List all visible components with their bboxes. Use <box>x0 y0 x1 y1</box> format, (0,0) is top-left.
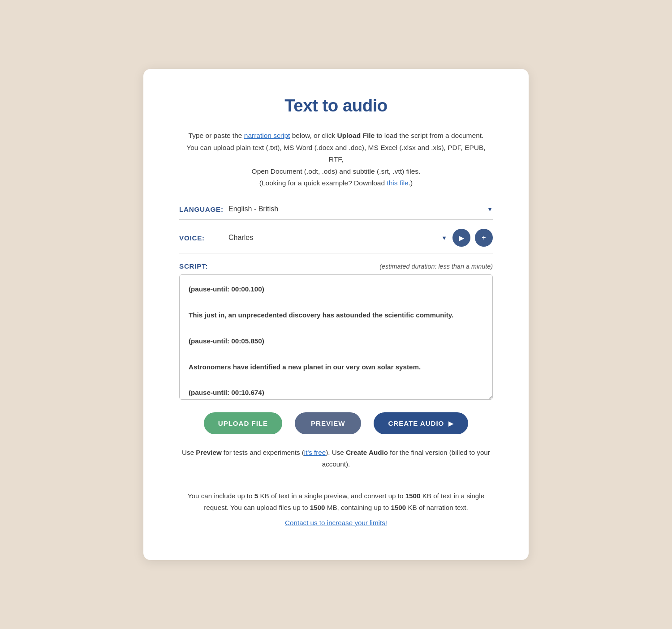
upload-file-bold: Upload File <box>337 132 375 139</box>
voice-dropdown-arrow[interactable]: ▼ <box>441 235 447 241</box>
voice-row: VOICE: Charles ▼ ▶ + <box>179 229 493 253</box>
desc-line1-post: below, or click <box>290 132 337 139</box>
preview-button[interactable]: PREVIEW <box>295 412 361 434</box>
info-create-audio-bold: Create Audio <box>346 449 388 456</box>
voice-controls: ▶ + <box>452 229 493 247</box>
divider <box>179 481 493 481</box>
limits-pre: You can include up to <box>188 492 254 500</box>
voice-play-icon: ▶ <box>459 234 464 242</box>
duration-text: (estimated duration: less than a minute) <box>379 263 493 270</box>
upload-file-button[interactable]: UPLOAD FILE <box>204 412 282 434</box>
limits-kb1: 5 <box>254 492 258 500</box>
desc-line1-pre: Type or paste the <box>189 132 244 139</box>
limits-post: KB of text in a single <box>420 492 484 500</box>
narration-script-link[interactable]: narration script <box>244 132 290 139</box>
script-header: SCRIPT: (estimated duration: less than a… <box>179 262 493 270</box>
desc-line4-pre: (Looking for a quick example? Download <box>259 179 387 187</box>
this-file-link[interactable]: this file <box>387 179 408 187</box>
create-audio-play-icon: ▶ <box>448 420 454 427</box>
desc-line2: You can upload plain text (.txt), MS Wor… <box>186 144 485 163</box>
desc-line4-post: .) <box>409 179 413 187</box>
script-textarea[interactable]: (pause-until: 00:00.100) This just in, a… <box>179 274 493 400</box>
button-row: UPLOAD FILE PREVIEW CREATE AUDIO ▶ <box>179 412 493 434</box>
desc-line1-end: to load the script from a document. <box>375 132 483 139</box>
info-post: ). Use <box>326 449 346 456</box>
language-value[interactable]: English - British <box>228 205 487 213</box>
voice-add-button[interactable]: + <box>475 229 493 247</box>
description-block: Type or paste the narration script below… <box>179 130 493 189</box>
page-title: Text to audio <box>179 96 493 116</box>
info-pre: Use <box>182 449 196 456</box>
its-free-link[interactable]: it's free <box>304 449 326 456</box>
script-label: SCRIPT: <box>179 262 208 270</box>
contact-link[interactable]: Contact us to increase your limits! <box>179 517 493 529</box>
language-label: LANGUAGE: <box>179 205 228 213</box>
limits-kb2: 1500 <box>405 492 421 500</box>
limits-mid: KB of text in a single preview, and conv… <box>258 492 405 500</box>
limits-line2-pre: request. You can upload files up to <box>204 504 310 511</box>
language-dropdown-arrow[interactable]: ▼ <box>487 206 493 213</box>
limits-mb: 1500 <box>310 504 325 511</box>
main-card: Text to audio Type or paste the narratio… <box>143 69 529 560</box>
limits-line2-mid: MB, containing up to <box>325 504 391 511</box>
info-preview-bold: Preview <box>196 449 221 456</box>
voice-value[interactable]: Charles <box>228 234 441 242</box>
voice-label: VOICE: <box>179 234 228 242</box>
limits-line2-post: KB of narration text. <box>406 504 468 511</box>
create-audio-button[interactable]: CREATE AUDIO ▶ <box>374 412 468 434</box>
voice-select-wrapper: Charles ▼ <box>228 234 447 242</box>
limits-section: You can include up to 5 KB of text in a … <box>179 490 493 529</box>
desc-line3: Open Document (.odt, .ods) and subtitle … <box>252 167 421 175</box>
limits-kb3: 1500 <box>391 504 406 511</box>
script-row: SCRIPT: (estimated duration: less than a… <box>179 262 493 402</box>
language-row: LANGUAGE: English - British ▼ <box>179 205 493 220</box>
voice-add-icon: + <box>482 234 486 242</box>
info-mid: for tests and experiments ( <box>222 449 304 456</box>
create-audio-label: CREATE AUDIO <box>388 419 444 427</box>
voice-play-button[interactable]: ▶ <box>452 229 470 247</box>
language-select-wrapper: English - British ▼ <box>228 205 493 213</box>
info-section: Use Preview for tests and experiments (i… <box>179 447 493 470</box>
